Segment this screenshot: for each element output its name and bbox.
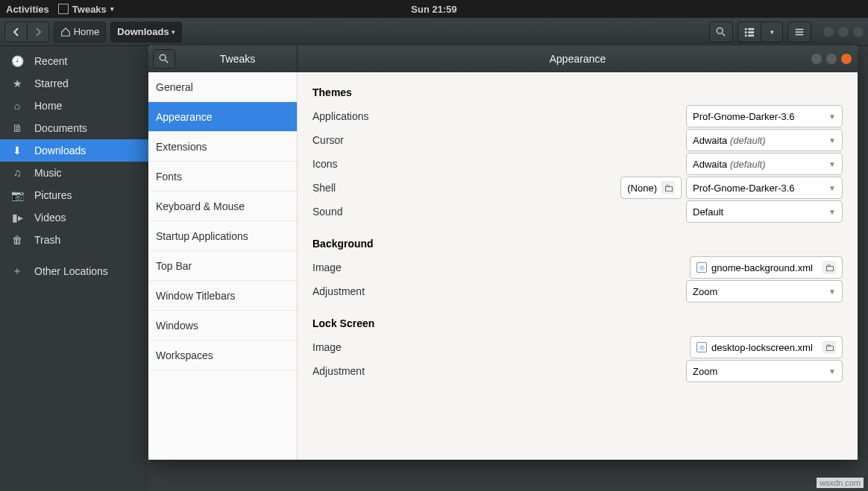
nav-titlebars[interactable]: Window Titlebars (148, 281, 297, 311)
lock-image-picker[interactable]: ◎ desktop-lockscreen.xml 🗀 (690, 336, 843, 358)
home-icon: ⌂ (10, 100, 24, 112)
path-home-button[interactable]: Home (54, 22, 106, 42)
downloads-icon: ⬇ (10, 145, 24, 156)
sidebar-item-documents[interactable]: 🗎Documents (0, 117, 148, 139)
combo-value: Zoom (693, 286, 825, 297)
activities-button[interactable]: Activities (6, 4, 49, 15)
sidebar-item-music[interactable]: ♫Music (0, 162, 148, 184)
svg-rect-3 (748, 28, 754, 30)
file-open-icon: 🗀 (823, 340, 836, 354)
close-button[interactable] (853, 27, 864, 37)
search-icon (716, 27, 726, 37)
nav-windows[interactable]: Windows (148, 311, 297, 340)
sidebar-item-videos[interactable]: ▮▸Videos (0, 206, 148, 229)
chevron-down-icon: ▼ (828, 288, 836, 296)
combo-lock-adjustment[interactable]: Zoom ▼ (686, 360, 843, 382)
clock-icon: 🕘 (10, 55, 24, 67)
close-button[interactable] (841, 54, 852, 64)
sidebar-item-recent[interactable]: 🕘Recent (0, 50, 148, 72)
nav-topbar[interactable]: Top Bar (148, 251, 297, 281)
tweaks-app-icon (58, 4, 69, 14)
svg-rect-2 (745, 28, 747, 30)
star-icon: ★ (10, 77, 24, 89)
svg-point-11 (160, 54, 166, 60)
nautilus-sidebar: 🕘Recent ★Starred ⌂Home 🗎Documents ⬇Downl… (0, 46, 148, 491)
file-label: desktop-lockscreen.xml (711, 342, 818, 353)
svg-rect-7 (748, 34, 754, 37)
app-menu[interactable]: Tweaks ▾ (58, 4, 114, 15)
xml-file-icon: ◎ (696, 342, 707, 352)
minimize-button[interactable] (811, 54, 822, 64)
sidebar-item-starred[interactable]: ★Starred (0, 72, 148, 95)
gnome-top-panel: Activities Tweaks ▾ Sun 21:59 (0, 0, 868, 18)
app-menu-label: Tweaks (72, 4, 107, 15)
row-lock-adjustment: Adjustment Zoom ▼ (312, 359, 843, 383)
combo-applications-theme[interactable]: Prof-Gnome-Darker-3.6 ▼ (686, 105, 843, 127)
nav-general[interactable]: General (148, 72, 297, 102)
nav-appearance[interactable]: Appearance (148, 102, 297, 132)
row-cursor: Cursor Adwaita (default) ▼ (312, 128, 843, 152)
svg-point-0 (717, 28, 723, 34)
combo-shell-theme[interactable]: Prof-Gnome-Darker-3.6 ▼ (686, 177, 843, 199)
combo-sound-theme[interactable]: Default ▼ (686, 200, 843, 223)
path-current-label: Downloads (117, 26, 169, 37)
sidebar-label: Starred (34, 77, 69, 89)
nav-keyboard-mouse[interactable]: Keyboard & Mouse (148, 191, 297, 221)
chevron-down-icon: ▼ (828, 367, 836, 376)
sidebar-item-other-locations[interactable]: ＋Other Locations (0, 260, 148, 282)
sidebar-label: Pictures (34, 189, 72, 201)
search-button[interactable] (709, 22, 733, 42)
maximize-button[interactable] (826, 54, 837, 64)
view-options-button[interactable]: ▾ (761, 22, 783, 42)
sidebar-label: Home (34, 100, 62, 112)
tweaks-content: Themes Applications Prof-Gnome-Darker-3.… (298, 72, 858, 460)
nav-workspaces[interactable]: Workspaces (148, 340, 297, 370)
sidebar-label: Documents (34, 122, 87, 134)
svg-rect-4 (745, 31, 747, 34)
tweaks-page-title: Appearance (550, 53, 606, 65)
path-current-button[interactable]: Downloads ▾ (110, 22, 182, 42)
nav-fonts[interactable]: Fonts (148, 162, 297, 191)
svg-line-1 (723, 33, 726, 36)
file-open-icon: 🗀 (661, 181, 675, 194)
combo-bg-adjustment[interactable]: Zoom ▼ (686, 280, 843, 302)
file-open-icon: 🗀 (823, 261, 836, 274)
chevron-down-icon: ▼ (828, 136, 836, 145)
videos-icon: ▮▸ (10, 212, 24, 224)
watermark: wsxdn.com (817, 478, 864, 488)
row-bg-image: Image ◎ gnome-background.xml 🗀 (312, 256, 843, 279)
nav-startup[interactable]: Startup Applications (148, 221, 297, 251)
nav-extensions[interactable]: Extensions (148, 132, 297, 162)
sidebar-item-trash[interactable]: 🗑Trash (0, 229, 148, 251)
chevron-down-icon: ▾ (110, 5, 114, 13)
combo-value: Prof-Gnome-Darker-3.6 (693, 183, 825, 194)
label-cursor: Cursor (312, 134, 344, 146)
minimize-button[interactable] (823, 27, 834, 37)
sidebar-item-pictures[interactable]: 📷Pictures (0, 184, 148, 206)
label-shell: Shell (312, 182, 336, 194)
search-icon (159, 54, 169, 64)
hamburger-menu-button[interactable] (787, 22, 811, 42)
combo-cursor-theme[interactable]: Adwaita (default) ▼ (686, 129, 843, 151)
chevron-down-icon: ▾ (770, 28, 774, 36)
clock[interactable]: Sun 21:59 (411, 4, 456, 15)
sidebar-item-home[interactable]: ⌂Home (0, 95, 148, 117)
nav-forward-button[interactable] (27, 22, 49, 42)
combo-icons-theme[interactable]: Adwaita (default) ▼ (686, 153, 843, 175)
shell-picker-button[interactable]: (None) 🗀 (620, 177, 682, 199)
sidebar-item-downloads[interactable]: ⬇Downloads (0, 139, 148, 162)
chevron-down-icon: ▼ (828, 184, 836, 192)
view-toggle-button[interactable] (738, 22, 761, 42)
path-home-label: Home (74, 26, 100, 37)
section-lockscreen: Lock Screen (312, 317, 843, 329)
tweaks-sidebar: General Appearance Extensions Fonts Keyb… (148, 72, 298, 460)
svg-rect-6 (745, 34, 747, 37)
documents-icon: 🗎 (10, 122, 24, 134)
bg-image-picker[interactable]: ◎ gnome-background.xml 🗀 (690, 256, 843, 279)
plus-icon: ＋ (10, 264, 24, 278)
nav-back-button[interactable] (4, 22, 27, 42)
maximize-button[interactable] (838, 27, 849, 37)
list-view-icon (744, 27, 755, 37)
tweaks-search-button[interactable] (153, 49, 175, 69)
label-icons: Icons (312, 158, 337, 170)
